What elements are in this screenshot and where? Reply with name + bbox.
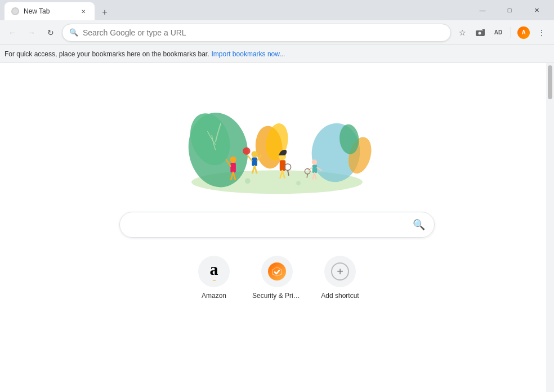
- bookmark-star-button[interactable]: ☆: [454, 25, 470, 41]
- tab-strip: New Tab ✕ +: [5, 0, 470, 20]
- svg-point-23: [243, 148, 250, 155]
- svg-line-21: [248, 155, 252, 161]
- search-box-container: 🔍: [119, 212, 435, 238]
- svg-point-0: [12, 8, 18, 14]
- svg-line-37: [307, 174, 307, 178]
- tab-favicon: [11, 7, 19, 15]
- active-tab[interactable]: New Tab ✕: [5, 2, 95, 20]
- scrollbar[interactable]: [546, 63, 554, 392]
- doodle-illustration: [164, 86, 390, 198]
- svg-point-38: [245, 179, 251, 184]
- toolbar-icons: ☆ AD A ⋮: [454, 25, 549, 41]
- shortcut-item-add[interactable]: + Add shortcut: [315, 256, 365, 300]
- scrollbar-thumb[interactable]: [548, 65, 552, 99]
- svg-point-12: [230, 157, 236, 163]
- add-shortcut-label: Add shortcut: [321, 292, 359, 300]
- svg-point-3: [479, 32, 481, 34]
- main-content: 🔍 a ⌣ Amazon: [0, 63, 554, 392]
- amazon-shortcut-icon: a ⌣: [198, 256, 230, 287]
- svg-point-39: [296, 181, 301, 185]
- new-tab-button[interactable]: +: [97, 5, 113, 20]
- ad-button[interactable]: AD: [490, 25, 506, 41]
- avast-icon: A: [517, 26, 530, 39]
- svg-point-17: [251, 151, 257, 157]
- close-button[interactable]: ✕: [524, 0, 549, 20]
- shortcut-item-avast[interactable]: Security & Priva...: [252, 256, 302, 300]
- avast-extension-button[interactable]: A: [516, 25, 531, 41]
- camera-button[interactable]: [472, 25, 488, 41]
- title-bar: New Tab ✕ + — □ ✕: [0, 0, 554, 20]
- back-button[interactable]: ←: [5, 25, 20, 41]
- add-shortcut-icon-container: +: [324, 256, 356, 287]
- address-bar[interactable]: 🔍: [62, 24, 451, 42]
- add-shortcut-plus-icon: +: [331, 262, 349, 280]
- amazon-shortcut-label: Amazon: [202, 292, 226, 300]
- shortcut-item-amazon[interactable]: a ⌣ Amazon: [189, 256, 239, 300]
- forward-button[interactable]: →: [24, 25, 39, 41]
- avast-shortcut-icon: [261, 256, 293, 287]
- reload-button[interactable]: ↻: [43, 25, 59, 41]
- svg-rect-31: [312, 165, 318, 173]
- menu-button[interactable]: ⋮: [534, 25, 549, 41]
- address-input[interactable]: [83, 28, 444, 37]
- bookmarks-bar-text: For quick access, place your bookmarks h…: [5, 50, 209, 58]
- address-search-icon: 🔍: [69, 28, 78, 37]
- import-bookmarks-link[interactable]: Import bookmarks now...: [212, 50, 285, 58]
- window-controls: — □ ✕: [470, 0, 549, 20]
- maximize-button[interactable]: □: [497, 0, 522, 20]
- svg-point-30: [312, 159, 318, 165]
- search-box-input[interactable]: [129, 220, 406, 230]
- svg-rect-13: [230, 163, 236, 172]
- avast-logo: [268, 262, 286, 280]
- svg-rect-18: [252, 158, 257, 166]
- toolbar-divider: [511, 27, 511, 38]
- bookmarks-bar: For quick access, place your bookmarks h…: [0, 45, 554, 63]
- search-icon: 🔍: [413, 219, 425, 231]
- minimize-button[interactable]: —: [470, 0, 495, 20]
- search-box[interactable]: 🔍: [119, 212, 435, 238]
- shortcuts-container: a ⌣ Amazon Security & Priva... +: [189, 256, 365, 300]
- toolbar: ← → ↻ 🔍 ☆ AD A ⋮: [0, 20, 554, 45]
- tab-title: New Tab: [24, 7, 74, 15]
- tab-close-button[interactable]: ✕: [79, 7, 88, 16]
- avast-shortcut-label: Security & Priva...: [252, 292, 302, 300]
